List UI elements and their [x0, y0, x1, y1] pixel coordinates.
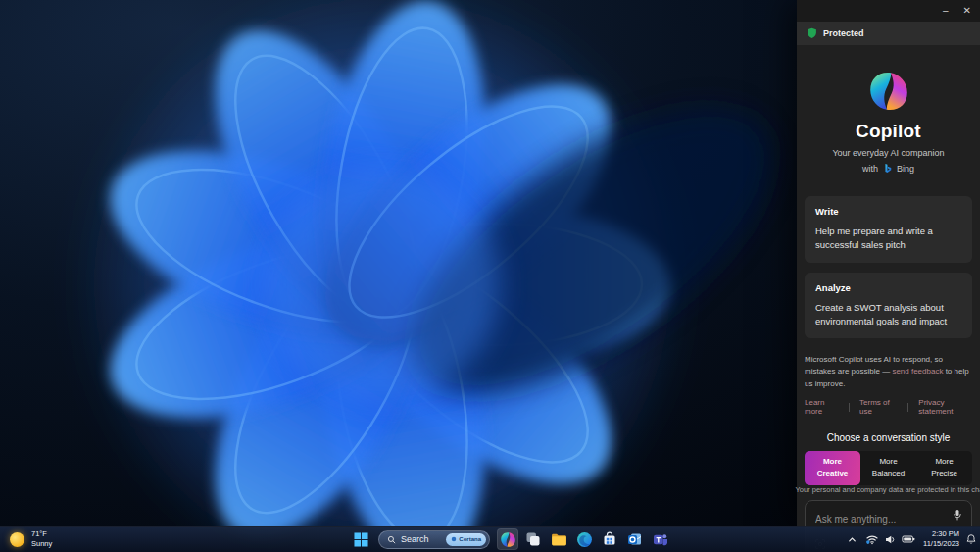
style-label-line1: More — [805, 456, 860, 468]
with-bing-line: with Bing — [805, 163, 972, 174]
notification-bell-icon[interactable] — [965, 533, 977, 545]
style-more-precise[interactable]: More Precise — [916, 451, 972, 485]
chat-input[interactable] — [815, 514, 944, 525]
shield-protected-icon — [807, 27, 817, 39]
taskbar-app-microsoft-store[interactable] — [599, 528, 620, 550]
copilot-body: Copilot Your everyday AI companion with … — [797, 45, 980, 552]
copilot-subtitle: Your everyday AI companion — [805, 148, 972, 158]
windows-logo-icon — [354, 532, 368, 547]
bing-icon — [882, 163, 893, 174]
tray-clock[interactable]: 2:30 PM 11/15/2023 — [923, 529, 959, 549]
weather-condition: Sunny — [31, 539, 52, 549]
copilot-icon — [500, 531, 516, 548]
taskbar-app-outlook[interactable] — [624, 528, 646, 550]
learn-more-link[interactable]: Learn more — [805, 398, 839, 416]
style-label-line1: More — [916, 456, 972, 468]
conversation-style-selector: More Creative More Balanced More Precise — [805, 451, 972, 485]
taskbar-search[interactable]: Search Cortana — [378, 530, 490, 549]
link-divider — [907, 403, 908, 412]
link-divider — [849, 403, 850, 412]
tray-status-icons[interactable] — [863, 530, 917, 548]
style-more-creative[interactable]: More Creative — [805, 451, 860, 485]
taskbar-center: Search Cortana — [350, 527, 671, 552]
privacy-statement-link[interactable]: Privacy statement — [918, 398, 972, 416]
legal-links: Learn more Terms of use Privacy statemen… — [805, 398, 972, 416]
badge-label: Cortana — [459, 536, 481, 542]
style-label-line2: Precise — [916, 468, 972, 479]
microphone-button[interactable] — [952, 509, 963, 522]
tray-overflow-chevron[interactable] — [847, 534, 858, 545]
style-label-line2: Balanced — [860, 468, 916, 479]
weather-widget[interactable]: 71°F Sunny — [10, 527, 52, 552]
card-title: Write — [815, 206, 961, 217]
teams-icon — [653, 531, 668, 547]
conversation-style-heading: Choose a conversation style — [805, 432, 972, 443]
data-protection-text: Your personal and company data are prote… — [796, 485, 980, 494]
taskbar: 71°F Sunny Search Cortana — [0, 526, 980, 552]
search-label: Search — [401, 534, 441, 544]
copilot-panel: – ✕ Protected — [797, 0, 980, 526]
badge-icon — [451, 536, 457, 542]
taskbar-app-teams[interactable] — [650, 528, 671, 550]
suggestion-card-analyze[interactable]: Analyze Create a SWOT analysis about env… — [805, 273, 972, 339]
ai-disclaimer: Microsoft Copilot uses AI to respond, so… — [805, 354, 972, 390]
protected-label: Protected — [823, 28, 864, 38]
card-text: Help me prepare and write a successful s… — [815, 225, 961, 253]
microsoft-store-icon — [602, 531, 617, 547]
battery-icon — [902, 532, 915, 546]
sun-icon — [10, 532, 24, 547]
data-protection-note: Your personal and company data are prote… — [805, 485, 972, 494]
edge-icon — [576, 531, 593, 548]
tray-time: 2:30 PM — [923, 529, 959, 539]
send-feedback-link[interactable]: send feedback — [892, 367, 943, 376]
weather-temperature: 71°F — [31, 529, 52, 539]
taskbar-app-edge[interactable] — [573, 528, 595, 550]
style-label-line2: Creative — [805, 468, 860, 479]
task-view-icon — [525, 531, 541, 547]
wifi-icon — [865, 532, 879, 546]
system-tray: 2:30 PM 11/15/2023 — [847, 527, 977, 552]
search-icon — [387, 535, 396, 544]
taskbar-app-task-view[interactable] — [522, 528, 544, 550]
suggestion-card-write[interactable]: Write Help me prepare and write a succes… — [805, 196, 972, 263]
card-text: Create a SWOT analysis about environment… — [815, 301, 961, 329]
with-label: with — [862, 164, 878, 174]
terms-of-use-link[interactable]: Terms of use — [859, 398, 898, 416]
outlook-icon — [627, 531, 643, 547]
start-button[interactable] — [350, 528, 371, 550]
taskbar-app-copilot[interactable] — [497, 528, 518, 550]
copilot-titlebar: – ✕ — [797, 0, 980, 22]
close-button[interactable]: ✕ — [963, 6, 971, 16]
desktop: – ✕ Protected — [0, 0, 980, 552]
protected-banner: Protected — [797, 22, 980, 45]
minimize-button[interactable]: – — [943, 6, 949, 16]
file-explorer-icon — [551, 531, 567, 548]
bing-label: Bing — [897, 164, 914, 174]
style-more-balanced[interactable]: More Balanced — [860, 451, 916, 485]
card-title: Analyze — [815, 282, 961, 293]
style-label-line1: More — [860, 456, 916, 468]
copilot-title: Copilot — [805, 121, 972, 142]
copilot-logo — [867, 70, 910, 113]
taskbar-app-file-explorer[interactable] — [548, 528, 569, 550]
tray-date: 11/15/2023 — [923, 539, 959, 549]
volume-icon — [884, 533, 897, 546]
search-highlight-badge[interactable]: Cortana — [446, 533, 486, 546]
